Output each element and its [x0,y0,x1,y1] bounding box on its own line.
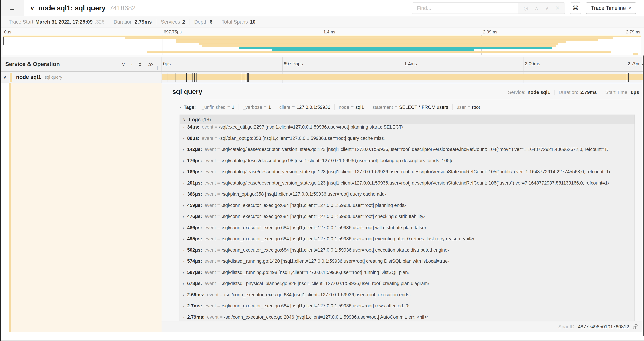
log-timestamp: 597μs: [187,270,202,275]
collapse-all-icon[interactable]: ≫ [137,61,143,67]
ruler-gridline [524,57,524,71]
ruler-label: 1.4ms [404,61,417,67]
log-field-value: ‹sql/distsql_running.go:1420 [nsql1,clie… [222,258,449,264]
chevron-right-icon: › [183,147,184,152]
log-row[interactable]: ›176μs:event=‹sql/catalog/descs/descript… [180,158,634,169]
log-equals: = [217,303,220,308]
log-equals: = [217,169,220,174]
chevron-right-icon: › [183,170,184,174]
log-equals: = [217,180,220,186]
chevron-down-icon: ∨ [183,117,186,122]
log-row[interactable]: ›486μs:event=‹sql/conn_executor_exec.go:… [180,225,634,236]
log-field-key: event [204,203,216,208]
tags-row[interactable]: › Tags: _unfinished=1_verbose=1client=12… [180,104,639,110]
log-field-value: ‹sql/plan_opt.go:358 [nsql1,client=127.0… [222,191,386,197]
summary-value: 6 [210,19,212,25]
minimap-span-bar [199,43,558,45]
find-icon-group: ◎∧∨✕ [518,3,565,14]
spanid-value: 4877749850101760812 [578,324,629,329]
log-row[interactable]: ›678μs:event=‹sql/distsql_physical_plann… [180,281,634,292]
chevron-up-icon[interactable]: ∧ [534,5,538,11]
log-field-key: event [204,303,216,308]
chevron-right-icon: › [183,259,184,264]
tag-equals: = [264,105,266,110]
log-event-tick [248,73,249,82]
collapse-one-icon[interactable]: ∨ [122,61,125,67]
tag-item: user=root [452,104,484,110]
chevron-right-icon: › [183,304,184,308]
log-row[interactable]: ›201μs:event=‹sql/catalog/lease/descript… [180,180,634,192]
log-event-tick [196,73,197,82]
copy-link-icon[interactable] [632,324,638,330]
view-selector-button[interactable]: Trace Timeline ∨ [586,3,636,14]
log-row[interactable]: ›34μs:event=‹sql/exec_util.go:2297 [nsql… [180,124,634,136]
overview-item: Start Time:0μs [601,90,639,95]
log-row[interactable]: ›189μs:event=‹sql/catalog/lease/descript… [180,169,634,180]
ruler-gridline [403,57,403,71]
log-timestamp: 366μs: [187,191,202,197]
column-resizer-handle[interactable]: || [157,65,160,70]
tag-key: _unfinished [202,105,226,110]
log-row[interactable]: ›459μs:event=‹sql/conn_executor_exec.go:… [180,203,634,214]
minimap-span-bar [239,47,552,49]
minimap-span-bar [176,41,566,43]
chevron-down-icon[interactable]: ∨ [545,5,549,11]
timeline-column-header: Service & Operation ∨›≫≫ || 0μs697.75μs1… [0,57,644,72]
tag-value: root [472,105,480,110]
log-row[interactable]: ›597μs:event=‹sql/distsql_running.go:498… [180,270,634,281]
log-event-tick [176,73,176,82]
log-equals: = [215,136,218,141]
minimap-scrubber-handle[interactable] [3,37,4,45]
span-row: ∨ node sql1 sql query [0,72,644,83]
span-duration-track[interactable] [162,72,644,83]
locate-icon[interactable]: ◎ [524,5,528,11]
logs-header[interactable]: ∨ Logs (18) [180,115,634,124]
timeline-minimap[interactable] [3,35,641,55]
log-field-value: ‹sql/conn_executor_exec.go:684 [nsql1,cl… [222,303,410,308]
minimap-ruler: 0μs697.75μs1.4ms2.09ms2.79ms [3,29,641,35]
chevron-right-icon: › [183,136,184,141]
span-collapse-chevron-icon[interactable]: ∨ [0,75,10,80]
back-button[interactable]: ← [0,0,24,16]
log-event-tick [244,73,244,82]
log-row[interactable]: ›476μs:event=‹sql/conn_executor_exec.go:… [180,214,634,225]
log-row[interactable]: ›2.69ms:event=‹sql/conn_executor_exec.go… [180,292,634,303]
summary-item: Duration2.79ms [109,19,156,25]
keyboard-shortcuts-button[interactable]: ⌘ [570,3,581,14]
overview-label: Start Time: [605,90,628,95]
summary-value: 2 [182,19,185,25]
log-field-value: ‹sql/catalog/descs/descriptor.go:98 [nsq… [222,158,452,163]
ruler-label: 0μs [4,30,11,35]
span-duration-bar[interactable] [162,74,644,80]
log-field-value: ‹sql/conn_executor_exec.go:684 [nsql1,cl… [222,214,425,219]
clear-icon[interactable]: ✕ [555,5,560,11]
log-row[interactable]: ›574μs:event=‹sql/distsql_running.go:142… [180,258,634,270]
log-row[interactable]: ›495μs:event=‹sql/conn_executor_exec.go:… [180,236,634,247]
tag-key: client [280,105,290,110]
ruler-label: 1.4ms [324,30,335,35]
tag-key: _verbose [243,105,262,110]
log-row[interactable]: ›2.7ms:event=‹sql/conn_executor_exec.go:… [180,303,634,314]
log-row[interactable]: ›366μs:event=‹sql/plan_opt.go:358 [nsql1… [180,191,634,203]
trace-summary-bar: Trace StartMarch 31 2022, 17:25:09.326Du… [0,16,644,28]
tag-item: statement=SELECT * FROM users [368,104,452,110]
span-id-footer: SpanID: 4877749850101760812 [162,321,644,332]
logs-title: Logs [189,117,201,122]
log-field-value: ‹sql/exec_util.go:2297 [nsql1,client=127… [219,124,403,130]
log-row[interactable]: ›502μs:event=‹sql/conn_executor_exec.go:… [180,247,634,259]
log-event-tick [192,73,192,82]
log-row[interactable]: ›80μs:event=‹sql/plan_opt.go:358 [nsql1,… [180,136,634,147]
find-input[interactable] [412,3,518,14]
overview-value: node sql1 [528,90,550,95]
span-row-name-cell[interactable]: ∨ node sql1 sql query [0,72,162,83]
log-row[interactable]: ›142μs:event=‹sql/catalog/lease/descript… [180,147,634,158]
expand-one-icon[interactable]: › [130,61,132,67]
log-field-value: ‹sql/catalog/lease/descriptor_version_st… [222,180,609,186]
expand-all-icon[interactable]: ≫ [148,61,154,67]
log-field-value: ‹sql/catalog/lease/descriptor_version_st… [222,147,608,152]
log-equals: = [217,147,220,152]
log-timestamp: 678μs: [187,281,202,286]
vertical-scrollbar[interactable] [642,56,644,336]
collapse-all-chevron-icon[interactable]: ∨ [30,5,34,12]
log-field-key: event [204,236,216,241]
